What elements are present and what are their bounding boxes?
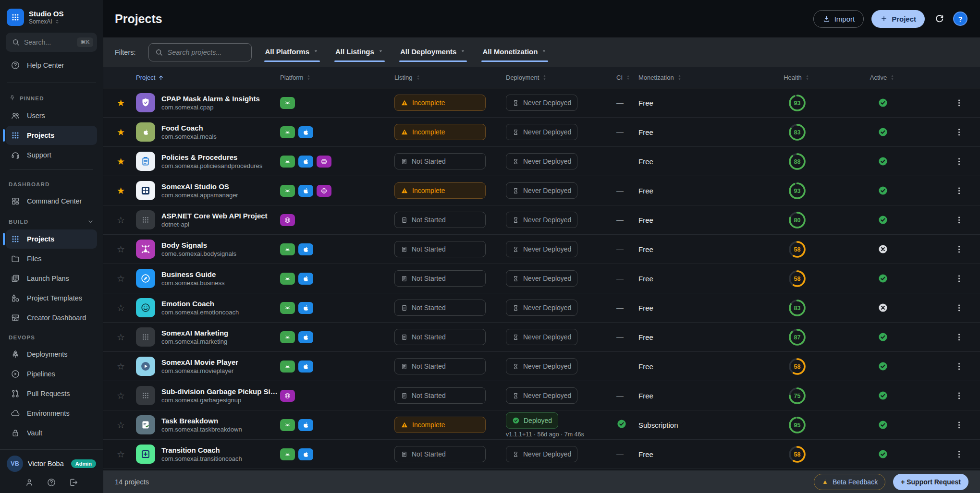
deployment-status-badge[interactable]: Never Deployed [506,358,577,374]
sidebar-item-help-center[interactable]: Help Center [6,56,97,75]
deployment-status-badge[interactable]: Never Deployed [506,182,577,199]
table-row[interactable]: ☆SomexAI Movie Playercom.somexai.moviepl… [103,352,980,381]
listing-status-badge[interactable]: Not Started [394,358,486,374]
filter-dropdown-all-deployments[interactable]: All Deployments [399,43,467,62]
star-toggle[interactable]: ☆ [115,215,136,226]
star-toggle[interactable]: ☆ [115,390,136,401]
listing-status-badge[interactable]: Not Started [394,300,486,316]
row-menu-button[interactable] [949,391,968,401]
deployment-status-badge[interactable]: Never Deployed [506,387,577,404]
sidebar-search-input[interactable] [24,38,73,46]
deployment-status-badge[interactable]: Never Deployed [506,329,577,345]
star-toggle[interactable]: ★ [115,97,136,108]
row-menu-button[interactable] [949,127,968,137]
row-menu-button[interactable] [949,332,968,342]
logout-icon[interactable] [69,478,78,487]
star-toggle[interactable]: ☆ [115,449,136,460]
table-row[interactable]: ☆Business Guidecom.somexai.businessNot S… [103,264,980,293]
table-row[interactable]: ☆Sub-division Garbage Pickup Sign-upcom.… [103,381,980,410]
row-menu-button[interactable] [949,420,968,430]
star-toggle[interactable]: ★ [115,156,136,167]
column-header-monetization[interactable]: Monetization [638,74,778,81]
star-toggle[interactable]: ☆ [115,244,136,255]
table-row[interactable]: ★Policies & Procedurescom.somexai.polici… [103,147,980,176]
table-row[interactable]: ★SomexAI Studio OScom.somexai.appsmanage… [103,176,980,205]
sidebar-item-projects[interactable]: Projects [6,126,97,145]
deployment-status-badge[interactable]: Never Deployed [506,95,577,111]
sidebar-item-deployments[interactable]: Deployments [6,345,97,364]
app-logo-row[interactable]: Studio OS SomexAI [6,7,97,33]
column-header-health[interactable]: Health [778,74,816,81]
column-header-deployment[interactable]: Deployment [506,74,616,81]
sidebar-item-projects[interactable]: Projects [6,229,97,249]
row-menu-button[interactable] [949,449,968,459]
filter-dropdown-all-listings[interactable]: All Listings [334,43,385,62]
help-fab-button[interactable]: ? [953,12,968,26]
row-menu-button[interactable] [949,274,968,284]
sidebar-item-vault[interactable]: Vault [6,423,97,443]
deployment-status-badge[interactable]: Never Deployed [506,300,577,316]
listing-status-badge[interactable]: Incomplete [394,182,486,199]
star-toggle[interactable]: ☆ [115,273,136,284]
avatar[interactable]: VB [7,456,23,472]
row-menu-button[interactable] [949,244,968,254]
sidebar-item-users[interactable]: Users [6,106,97,125]
table-row[interactable]: ☆Emotion Coachcom.somexai.emotioncoachNo… [103,293,980,323]
sidebar-item-files[interactable]: Files [6,249,97,268]
profile-icon[interactable] [24,478,34,487]
sidebar-item-command-center[interactable]: Command Center [6,192,97,211]
sidebar-item-creator-dashboard[interactable]: Creator Dashboard [6,308,97,327]
project-search-input[interactable] [168,48,245,56]
row-menu-button[interactable] [949,215,968,225]
column-header-listing[interactable]: Listing [394,74,506,81]
listing-status-badge[interactable]: Not Started [394,212,486,228]
deployment-status-badge[interactable]: Never Deployed [506,124,577,140]
sidebar-item-project-templates[interactable]: Project Templates [6,289,97,308]
project-search[interactable] [148,43,252,61]
support-request-button[interactable]: + Support Request [893,474,968,490]
column-header-ci[interactable]: CI [616,74,638,81]
row-menu-button[interactable] [949,303,968,313]
sidebar-item-launch-plans[interactable]: Launch Plans [6,269,97,288]
beta-feedback-button[interactable]: Beta Feedback [814,474,885,490]
sidebar-item-environments[interactable]: Environments [6,404,97,423]
import-button[interactable]: Import [813,10,864,28]
listing-status-badge[interactable]: Not Started [394,329,486,345]
column-header-project[interactable]: Project [136,74,280,81]
sidebar-item-pipelines[interactable]: Pipelines [6,364,97,384]
listing-status-badge[interactable]: Incomplete [394,417,486,433]
column-header-platform[interactable]: Platform [280,74,394,81]
deployment-status-badge[interactable]: Never Deployed [506,212,577,228]
listing-status-badge[interactable]: Not Started [394,270,486,287]
filter-dropdown-all-monetization[interactable]: All Monetization [481,43,548,62]
row-menu-button[interactable] [949,361,968,372]
deployment-status-badge[interactable]: Deployed [506,412,558,429]
help-circle-icon[interactable] [47,478,56,487]
section-title-build[interactable]: BUILD [3,211,100,229]
table-row[interactable]: ☆Task Breakdowncom.somexai.taskbreakdown… [103,410,980,440]
filter-dropdown-all-platforms[interactable]: All Platforms [264,43,320,62]
deployment-status-badge[interactable]: Never Deployed [506,270,577,287]
row-menu-button[interactable] [949,98,968,108]
table-row[interactable]: ★Food Coachcom.somexai.mealsIncompleteNe… [103,118,980,147]
star-toggle[interactable]: ☆ [115,302,136,313]
star-toggle[interactable]: ☆ [115,420,136,431]
listing-status-badge[interactable]: Incomplete [394,124,486,140]
table-row[interactable]: ☆SomexAI Marketingcom.somexai.marketingN… [103,323,980,352]
table-row[interactable]: ☆Body Signalscome.somexai.bodysignalsNot… [103,235,980,264]
sidebar-item-pull-requests[interactable]: Pull Requests [6,384,97,403]
listing-status-badge[interactable]: Not Started [394,446,486,462]
row-menu-button[interactable] [949,186,968,196]
deployment-status-badge[interactable]: Never Deployed [506,153,577,169]
table-row[interactable]: ☆ASP.NET Core Web API Projectdotnet-apiN… [103,205,980,235]
new-project-button[interactable]: Project [871,10,925,28]
deployment-status-badge[interactable]: Never Deployed [506,446,577,462]
sidebar-item-support[interactable]: Support [6,145,97,165]
listing-status-badge[interactable]: Not Started [394,153,486,169]
org-switcher[interactable]: SomexAI [29,18,64,25]
listing-status-badge[interactable]: Incomplete [394,95,486,111]
sidebar-search[interactable]: ⌘K [6,33,97,52]
listing-status-badge[interactable]: Not Started [394,387,486,404]
star-toggle[interactable]: ★ [115,185,136,196]
listing-status-badge[interactable]: Not Started [394,241,486,257]
